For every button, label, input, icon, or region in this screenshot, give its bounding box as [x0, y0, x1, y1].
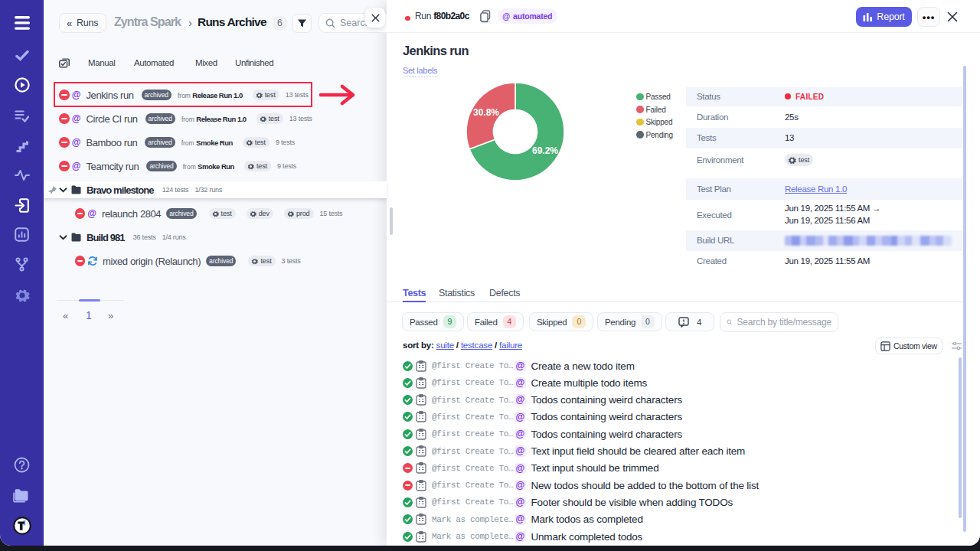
- svg-text:30.8%: 30.8%: [473, 107, 499, 118]
- svg-text:69.2%: 69.2%: [532, 145, 558, 156]
